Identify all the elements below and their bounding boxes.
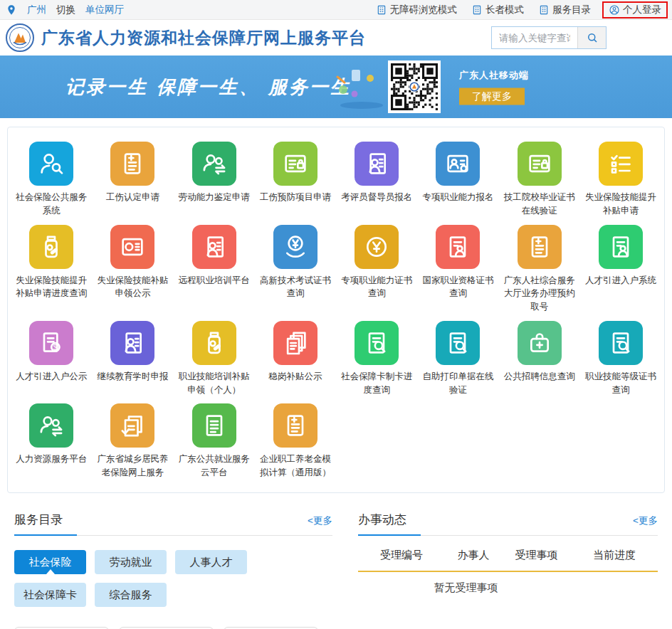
service-catalog-section: 服务目录 <更多 社会保险劳动就业人事人才社会保障卡综合服务 公共业务养老保险失… <box>14 512 332 629</box>
topbar: 广州 切换 单位网厅 无障碍浏览模式 长者模式 服务目录 个人登录 <box>0 0 672 20</box>
cards-check-icon <box>110 403 154 448</box>
table-column-header: 当前进度 <box>571 549 658 562</box>
app-tile[interactable]: 继续教育学时申报 <box>95 321 170 397</box>
app-tile[interactable]: 失业保险技能补贴申领公示 <box>95 225 170 314</box>
service-catalog-more-link[interactable]: <更多 <box>308 514 332 527</box>
doc-stack-icon <box>273 321 317 365</box>
tab-人事人才[interactable]: 人事人才 <box>175 550 247 574</box>
bottle-icon <box>29 225 73 269</box>
service-catalog-link[interactable]: 服务目录 <box>538 4 591 16</box>
app-tile[interactable]: 国家职业资格证书查询 <box>420 225 495 314</box>
activity-table-head: 受理编号办事人受理事项当前进度 <box>358 549 658 572</box>
activity-more-link[interactable]: <更多 <box>633 514 658 527</box>
tile-label: 工伤预防项目申请 <box>260 191 331 204</box>
app-tile[interactable]: 自助打印单据在线验证 <box>420 321 495 397</box>
learn-more-button[interactable]: 了解更多 <box>459 88 525 105</box>
tile-label: 失业保险技能补贴申领公示 <box>95 274 170 301</box>
elder-mode-link[interactable]: 长者模式 <box>471 4 524 16</box>
section-title: 服务目录 <box>14 512 63 528</box>
city-switch-link[interactable]: 切换 <box>56 4 75 16</box>
tile-label: 自助打印单据在线验证 <box>420 370 495 397</box>
svg-text:$: $ <box>53 343 58 352</box>
app-tile[interactable]: 广东省城乡居民养老保险网上服务 <box>95 403 170 480</box>
app-tile[interactable]: 人才引进入户系统 <box>583 225 658 314</box>
app-tile[interactable]: 职业技能培训补贴申领（个人） <box>177 321 252 397</box>
tab-综合服务[interactable]: 综合服务 <box>95 583 167 607</box>
app-tile[interactable]: 工伤预防项目申请 <box>258 142 333 218</box>
app-tile[interactable]: 广东人社综合服务大厅业务办理预约取号 <box>502 225 577 314</box>
bottle-icon <box>192 321 236 365</box>
location-pin-icon <box>6 4 17 16</box>
card-si-icon <box>110 225 154 269</box>
tile-label: 广东省城乡居民养老保险网上服务 <box>95 453 170 480</box>
building-grid-icon <box>538 4 550 16</box>
doc-plus-icon <box>110 142 154 186</box>
tile-label: 远程职业培训平台 <box>179 274 250 287</box>
tile-label: 职业技能等级证书查询 <box>583 370 658 397</box>
personal-login-button[interactable]: 个人登录 <box>602 1 668 18</box>
search-button[interactable] <box>577 27 606 48</box>
tab-劳动就业[interactable]: 劳动就业 <box>95 550 167 574</box>
tile-label: 工伤认定申请 <box>106 191 159 204</box>
person-doc-icon <box>355 142 399 186</box>
app-tile[interactable]: 失业保险技能提升补贴申请 <box>583 142 658 218</box>
bottom-section: 服务目录 <更多 社会保险劳动就业人事人才社会保障卡综合服务 公共业务养老保险失… <box>14 512 658 629</box>
app-tile[interactable]: 劳动能力鉴定申请 <box>177 142 252 218</box>
activity-header: 办事动态 <更多 <box>358 512 658 536</box>
doc-search-icon <box>599 321 643 365</box>
tile-label: 专项职业能力报名 <box>422 191 493 204</box>
tab-社会保险[interactable]: 社会保险 <box>14 550 86 574</box>
table-column-header: 办事人 <box>445 549 502 562</box>
app-tile[interactable]: 社会保障卡制卡进度查询 <box>339 321 414 397</box>
app-tile[interactable]: 专项职业能力证书查询 <box>339 225 414 314</box>
card-lock-icon <box>518 142 562 186</box>
accessibility-mode-link[interactable]: 无障碍浏览模式 <box>376 4 458 16</box>
doc-plus-icon <box>273 403 317 448</box>
app-tile[interactable]: 社会保险公共服务系统 <box>14 142 89 218</box>
tile-label: 广东人社综合服务大厅业务办理预约取号 <box>502 274 577 314</box>
doc-plus-icon <box>518 225 562 269</box>
app-tile[interactable]: 稳岗补贴公示 <box>258 321 333 397</box>
section-title: 办事动态 <box>358 512 406 528</box>
people-arrows-icon <box>192 142 236 186</box>
services-panel: 社会保险公共服务系统工伤认定申请劳动能力鉴定申请工伤预防项目申请考评员督导员报名… <box>7 127 665 493</box>
banner-slogan: 记录一生 保障一生、 服务一生 <box>65 75 351 100</box>
tile-label: 稳岗补贴公示 <box>268 370 322 384</box>
app-tile[interactable]: 公共招聘信息查询 <box>502 321 577 397</box>
app-tile[interactable]: 专项职业能力报名 <box>420 142 495 218</box>
app-tile[interactable]: 技工院校毕业证书在线验证 <box>502 142 577 218</box>
app-tile[interactable]: 人力资源服务平台 <box>14 403 89 480</box>
briefcase-icon <box>518 321 562 365</box>
tab-社会保障卡[interactable]: 社会保障卡 <box>14 583 86 607</box>
building-grid-icon <box>376 4 387 16</box>
tile-label: 失业保险技能提升补贴申请 <box>583 191 658 218</box>
app-tile[interactable]: $人才引进入户公示 <box>14 321 89 397</box>
doc-dollar-icon: $ <box>29 321 73 365</box>
tile-label: 劳动能力鉴定申请 <box>179 191 250 204</box>
tile-label: 技工院校毕业证书在线验证 <box>502 191 577 218</box>
tile-label: 人力资源服务平台 <box>16 453 87 466</box>
app-tile[interactable]: 职业技能等级证书查询 <box>583 321 658 397</box>
app-tile[interactable]: 失业保险技能提升补贴申请进度查询 <box>14 225 89 314</box>
app-tile[interactable]: 高新技术考试证书查询 <box>258 225 333 314</box>
app-tile[interactable]: 考评员督导员报名 <box>339 142 414 218</box>
tile-label: 公共招聘信息查询 <box>504 370 575 384</box>
search-input[interactable] <box>492 27 577 48</box>
activity-empty-message: 暂无受理事项 <box>358 581 574 595</box>
mobile-app-label: 广东人社移动端 <box>459 69 529 82</box>
promo-banner: 记录一生 保障一生、 服务一生 广东人社移动端 了解更多 <box>0 56 672 118</box>
tile-label: 专项职业能力证书查询 <box>339 274 414 301</box>
tile-label: 社会保险公共服务系统 <box>14 191 89 218</box>
unit-hall-link[interactable]: 单位网厅 <box>85 4 124 16</box>
doc-search-icon <box>436 321 480 365</box>
table-column-header: 受理事项 <box>502 549 571 562</box>
app-tile[interactable]: 广东公共就业服务云平台 <box>177 403 252 480</box>
doc-person-icon <box>436 225 480 269</box>
app-tile[interactable]: 企业职工养老金模拟计算（通用版） <box>258 403 333 480</box>
person-doc-icon <box>110 321 154 365</box>
card-person-icon <box>436 142 480 186</box>
app-tile[interactable]: 工伤认定申请 <box>95 142 170 218</box>
app-tile[interactable]: 远程职业培训平台 <box>177 225 252 314</box>
user-circle-icon <box>609 4 620 16</box>
city-selector[interactable]: 广州 <box>27 4 46 16</box>
